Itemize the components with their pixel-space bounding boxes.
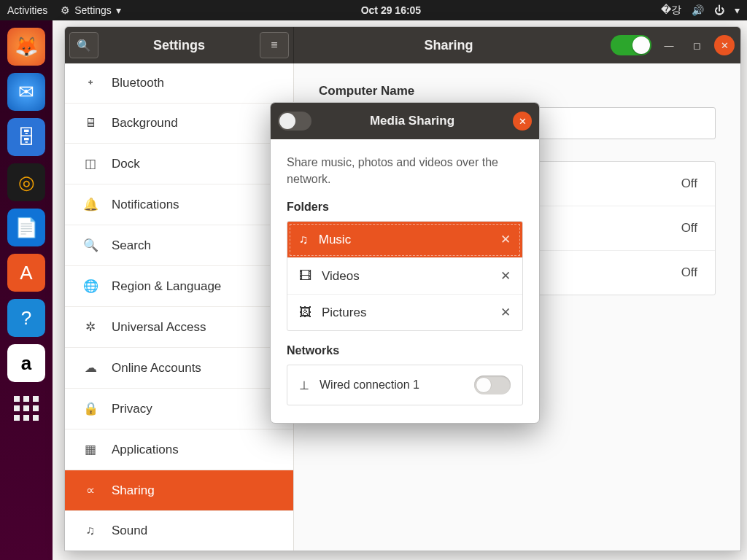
sidebar-item-online-accounts[interactable]: ☁Online Accounts <box>65 348 293 389</box>
sidebar-item-bluetooth[interactable]: ᛭Bluetooth <box>65 63 293 104</box>
networks-list: ⊥Wired connection 1 <box>287 365 523 405</box>
close-button[interactable]: ✕ <box>714 35 735 55</box>
sidebar-item-label: Region & Language <box>112 279 221 294</box>
minimize-button[interactable]: — <box>659 35 679 55</box>
sidebar-icon: 🔔 <box>82 197 98 212</box>
sidebar-item-region-language[interactable]: 🌐Region & Language <box>65 266 293 307</box>
network-row: ⊥Wired connection 1 <box>287 365 523 405</box>
sidebar-icon: 🔍 <box>82 238 98 253</box>
dock-amazon[interactable]: a <box>6 343 47 384</box>
sidebar-item-label: Applications <box>112 443 179 457</box>
sidebar-item-label: Online Accounts <box>112 361 201 376</box>
activities-button[interactable]: Activities <box>7 4 47 16</box>
sidebar-item-label: Bluetooth <box>112 76 164 90</box>
sidebar-icon: 🌐 <box>82 279 98 294</box>
sidebar-item-label: Search <box>112 238 151 253</box>
settings-sidebar: ᛭Bluetooth🖥Background◫Dock🔔Notifications… <box>65 63 294 551</box>
sidebar-icon: ✲ <box>82 319 98 335</box>
option-state: Off <box>681 176 697 191</box>
power-icon[interactable]: ⏻ <box>714 4 724 16</box>
sidebar-item-universal-access[interactable]: ✲Universal Access <box>65 307 293 348</box>
gear-icon: ⚙ <box>61 4 70 16</box>
sidebar-item-label: Sound <box>112 524 147 538</box>
dialog-title: Media Sharing <box>311 114 513 128</box>
sidebar-item-label: Dock <box>112 157 140 171</box>
network-icon: ⊥ <box>299 378 309 392</box>
folder-label: Music <box>319 233 351 247</box>
sidebar-icon: 🔒 <box>82 401 98 416</box>
sidebar-icon: ♫ <box>82 524 98 538</box>
dock-thunderbird[interactable]: ✉ <box>6 71 47 112</box>
clock[interactable]: Oct 29 16:05 <box>121 4 661 16</box>
sidebar-icon: ᛭ <box>82 76 98 90</box>
option-state: Off <box>681 265 697 280</box>
folder-row-pictures[interactable]: 🖼Pictures✕ <box>287 295 522 330</box>
sidebar-item-label: Notifications <box>112 198 179 212</box>
dialog-close-button[interactable]: ✕ <box>513 112 532 131</box>
computer-name-label: Computer Name <box>319 84 716 98</box>
folder-label: Pictures <box>322 306 366 320</box>
page-title: Sharing <box>294 38 603 53</box>
hamburger-button[interactable]: ≡ <box>260 32 289 58</box>
sidebar-item-label: Background <box>112 116 178 131</box>
menu-icon: ≡ <box>271 39 277 52</box>
media-sharing-toggle[interactable] <box>278 112 311 131</box>
sidebar-item-sound[interactable]: ♫Sound <box>65 511 293 551</box>
dock-software[interactable]: A <box>6 252 47 293</box>
network-icon[interactable]: �강 <box>661 4 681 17</box>
volume-icon[interactable]: 🔊 <box>692 4 704 16</box>
remove-folder-button[interactable]: ✕ <box>500 232 511 247</box>
sharing-master-toggle[interactable] <box>611 35 651 55</box>
top-panel: Activities ⚙ Settings ▾ Oct 29 16:05 �강 … <box>0 0 747 20</box>
dock-files[interactable]: 🗄 <box>6 117 47 158</box>
dock-show-apps[interactable] <box>6 388 47 429</box>
folders-list: ♫Music✕🎞Videos✕🖼Pictures✕ <box>287 221 523 331</box>
sidebar-item-privacy[interactable]: 🔒Privacy <box>65 389 293 429</box>
dock-writer[interactable]: 📄 <box>6 207 47 248</box>
chevron-down-icon[interactable]: ▾ <box>735 4 740 16</box>
folder-icon: 🎞 <box>299 269 311 284</box>
option-state: Off <box>681 221 697 236</box>
close-icon: ✕ <box>519 116 527 127</box>
folders-heading: Folders <box>287 201 523 214</box>
sidebar-icon: 🖥 <box>82 116 98 131</box>
folder-row-videos[interactable]: 🎞Videos✕ <box>287 258 522 295</box>
maximize-button[interactable]: ◻ <box>686 35 707 55</box>
dialog-description: Share music, photos and videos over the … <box>287 154 523 187</box>
sidebar-item-label: Universal Access <box>112 320 206 335</box>
dock: 🦊 ✉ 🗄 ◎ 📄 A ? a <box>0 20 53 560</box>
sidebar-title: Settings <box>103 38 255 53</box>
dialog-header: Media Sharing ✕ <box>271 103 539 139</box>
headerbar: 🔍 Settings ≡ Sharing — ◻ ✕ <box>65 27 740 63</box>
sidebar-icon: ◫ <box>82 156 98 171</box>
network-label: Wired connection 1 <box>320 378 419 392</box>
sidebar-item-background[interactable]: 🖥Background <box>65 104 293 144</box>
remove-folder-button[interactable]: ✕ <box>500 305 511 320</box>
sidebar-item-label: Sharing <box>112 483 155 498</box>
folder-label: Videos <box>322 269 360 284</box>
sidebar-item-search[interactable]: 🔍Search <box>65 225 293 266</box>
dock-rhythmbox[interactable]: ◎ <box>6 162 47 203</box>
sidebar-item-sharing[interactable]: ∝Sharing <box>65 470 293 511</box>
network-toggle[interactable] <box>474 376 511 394</box>
sidebar-icon: ▦ <box>82 442 98 457</box>
sidebar-icon: ☁ <box>82 360 98 376</box>
folder-icon: 🖼 <box>299 306 311 320</box>
sidebar-icon: ∝ <box>82 483 98 498</box>
folder-row-music[interactable]: ♫Music✕ <box>287 222 522 258</box>
sidebar-item-applications[interactable]: ▦Applications <box>65 429 293 470</box>
dock-help[interactable]: ? <box>6 298 47 338</box>
app-menu-label: Settings <box>74 4 112 16</box>
sidebar-item-dock[interactable]: ◫Dock <box>65 144 293 184</box>
app-menu[interactable]: ⚙ Settings ▾ <box>61 4 121 16</box>
sidebar-item-label: Privacy <box>112 402 152 416</box>
folder-icon: ♫ <box>299 233 309 247</box>
search-button[interactable]: 🔍 <box>69 32 98 58</box>
media-sharing-dialog: Media Sharing ✕ Share music, photos and … <box>270 102 540 424</box>
networks-heading: Networks <box>287 344 523 357</box>
search-icon: 🔍 <box>77 39 91 52</box>
sidebar-item-notifications[interactable]: 🔔Notifications <box>65 184 293 225</box>
remove-folder-button[interactable]: ✕ <box>500 268 511 284</box>
dock-firefox[interactable]: 🦊 <box>6 26 47 67</box>
chevron-down-icon: ▾ <box>116 4 121 16</box>
